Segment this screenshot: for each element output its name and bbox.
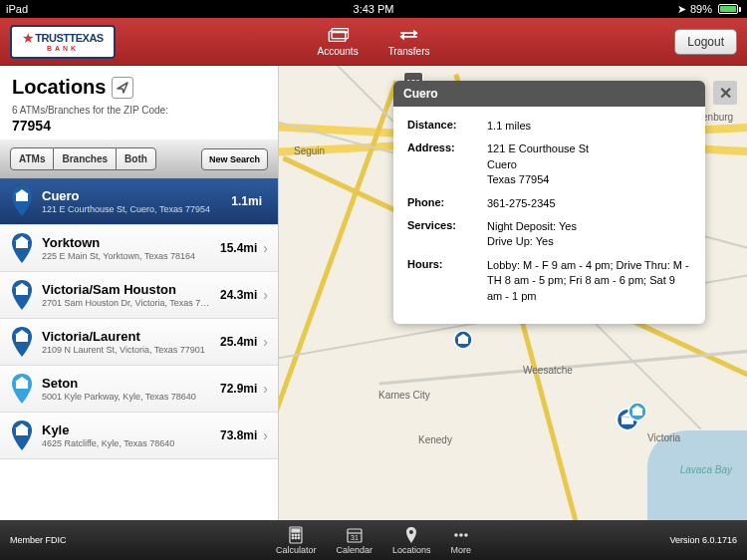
navigate-icon bbox=[116, 81, 129, 95]
logo[interactable]: ★ TRUSTTEXAS BANK bbox=[10, 25, 116, 59]
location-distance: 72.9mi bbox=[220, 382, 257, 396]
nav-transfers-label: Transfers bbox=[388, 46, 430, 57]
battery-percent: 89% bbox=[690, 3, 712, 15]
city-label: Kenedy bbox=[418, 434, 452, 445]
svg-rect-5 bbox=[16, 241, 28, 248]
city-label: Lavaca Bay bbox=[680, 464, 732, 475]
filter-branches[interactable]: Branches bbox=[54, 147, 116, 170]
logout-button[interactable]: Logout bbox=[674, 29, 737, 55]
logo-subtext: BANK bbox=[22, 45, 103, 52]
pin-icon bbox=[402, 526, 420, 544]
callout-hours-label: Hours: bbox=[407, 258, 487, 304]
map-pin-yorktown[interactable] bbox=[453, 330, 473, 350]
nav-accounts[interactable]: Accounts bbox=[317, 26, 358, 57]
location-item[interactable]: Cuero121 E Courthouse St, Cuero, Texas 7… bbox=[0, 178, 278, 225]
callout-services: Night Deposit: YesDrive Up: Yes bbox=[487, 219, 691, 250]
new-search-button[interactable]: New Search bbox=[201, 148, 268, 170]
main-content: Locations 6 ATMs/Branches for the ZIP Co… bbox=[0, 66, 747, 520]
logo-text: TRUSTTEXAS bbox=[35, 33, 103, 44]
calendar-icon: 31 bbox=[346, 526, 364, 544]
filter-atms[interactable]: ATMs bbox=[10, 147, 54, 170]
location-name: Victoria/Sam Houston bbox=[42, 282, 212, 297]
svg-point-29 bbox=[292, 534, 294, 536]
location-pin-icon bbox=[10, 374, 34, 404]
callout-services-label: Services: bbox=[407, 219, 487, 250]
location-name: Yorktown bbox=[42, 235, 212, 250]
footer-calendar[interactable]: 31 Calendar bbox=[336, 526, 373, 555]
city-label: Victoria bbox=[647, 432, 680, 443]
location-address: 121 E Courthouse St, Cuero, Texas 77954 bbox=[42, 204, 223, 214]
location-pin-icon bbox=[10, 327, 34, 357]
location-pin-icon bbox=[10, 280, 34, 310]
callout-phone: 361-275-2345 bbox=[487, 196, 691, 211]
member-fdic: Member FDIC bbox=[10, 535, 67, 545]
svg-rect-25 bbox=[632, 410, 642, 416]
status-bar: iPad 3:43 PM ➤ 89% bbox=[0, 0, 747, 18]
battery-icon bbox=[716, 4, 741, 14]
cards-icon bbox=[327, 26, 349, 44]
callout-close-button[interactable]: ✕ bbox=[713, 81, 737, 105]
location-icon: ➤ bbox=[677, 3, 686, 16]
locations-sidebar: Locations 6 ATMs/Branches for the ZIP Co… bbox=[0, 66, 279, 520]
device-label: iPad bbox=[6, 3, 28, 15]
map[interactable]: Seguin Gonzales Karnes City Kenedy Victo… bbox=[279, 66, 747, 520]
location-item[interactable]: Yorktown225 E Main St, Yorktown, Texas 7… bbox=[0, 225, 278, 272]
locations-list[interactable]: Cuero121 E Courthouse St, Cuero, Texas 7… bbox=[0, 178, 278, 520]
callout-distance: 1.1 miles bbox=[487, 119, 691, 134]
callout-distance-label: Distance: bbox=[407, 119, 487, 134]
city-label: Karnes City bbox=[378, 390, 430, 401]
location-item[interactable]: Seton5001 Kyle Parkway, Kyle, Texas 7864… bbox=[0, 366, 278, 413]
close-icon: ✕ bbox=[719, 84, 732, 103]
location-item[interactable]: Victoria/Sam Houston2701 Sam Houston Dr,… bbox=[0, 272, 278, 319]
footer-nav: Calculator 31 Calendar Locations More bbox=[276, 526, 471, 555]
svg-rect-19 bbox=[458, 338, 468, 344]
locations-title: Locations bbox=[12, 76, 106, 99]
location-pin-icon bbox=[10, 233, 34, 263]
location-distance: 15.4mi bbox=[220, 241, 257, 255]
chevron-right-icon: › bbox=[263, 240, 268, 256]
location-address: 225 E Main St, Yorktown, Texas 78164 bbox=[42, 251, 212, 261]
nav-transfers[interactable]: Transfers bbox=[388, 26, 430, 57]
location-item[interactable]: Kyle4625 Ratcliffe, Kyle, Texas 7864073.… bbox=[0, 413, 278, 459]
location-item[interactable]: Victoria/Laurent2109 N Laurent St, Victo… bbox=[0, 319, 278, 366]
chevron-right-icon: › bbox=[263, 381, 268, 397]
locations-header: Locations 6 ATMs/Branches for the ZIP Co… bbox=[0, 66, 278, 140]
svg-point-34 bbox=[298, 537, 300, 539]
location-name: Victoria/Laurent bbox=[42, 329, 212, 344]
app-header: ★ TRUSTTEXAS BANK Accounts Transfers Log… bbox=[0, 18, 747, 66]
svg-point-32 bbox=[292, 537, 294, 539]
locations-subtitle: 6 ATMs/Branches for the ZIP Code: bbox=[12, 105, 266, 116]
map-pin-victoria-2[interactable] bbox=[627, 402, 647, 421]
svg-text:31: 31 bbox=[351, 534, 359, 541]
svg-point-38 bbox=[454, 533, 458, 537]
location-distance: 1.1mi bbox=[231, 194, 262, 208]
svg-point-30 bbox=[295, 534, 297, 536]
location-address: 4625 Ratcliffe, Kyle, Texas 78640 bbox=[42, 438, 212, 448]
svg-point-39 bbox=[459, 533, 463, 537]
location-address: 2109 N Laurent St, Victoria, Texas 77901 bbox=[42, 345, 212, 355]
chevron-right-icon: › bbox=[263, 287, 268, 303]
city-label: Seguin bbox=[294, 145, 325, 156]
filter-both[interactable]: Both bbox=[116, 147, 156, 170]
footer-more[interactable]: More bbox=[451, 526, 472, 555]
location-name: Kyle bbox=[42, 422, 212, 437]
filter-bar: ATMs Branches Both New Search bbox=[0, 140, 278, 178]
status-right: ➤ 89% bbox=[677, 3, 741, 16]
svg-rect-7 bbox=[16, 288, 28, 295]
chevron-right-icon: › bbox=[263, 427, 268, 443]
callout-address: 121 E Courthouse StCueroTexas 77954 bbox=[487, 141, 691, 187]
clock: 3:43 PM bbox=[354, 3, 394, 15]
more-icon bbox=[452, 526, 470, 544]
svg-point-40 bbox=[464, 533, 468, 537]
location-callout: Cuero Distance:1.1 miles Address:121 E C… bbox=[393, 81, 705, 324]
svg-point-31 bbox=[298, 534, 300, 536]
location-distance: 24.3mi bbox=[220, 288, 257, 302]
navigate-icon-button[interactable] bbox=[112, 77, 133, 99]
svg-rect-28 bbox=[292, 529, 300, 532]
footer-calculator[interactable]: Calculator bbox=[276, 526, 317, 555]
nav-accounts-label: Accounts bbox=[317, 46, 358, 57]
location-name: Seton bbox=[42, 376, 212, 391]
footer-locations[interactable]: Locations bbox=[392, 526, 431, 555]
version-label: Version 6.0.1716 bbox=[669, 535, 737, 545]
callout-hours: Lobby: M - F 9 am - 4 pm; Drive Thru: M … bbox=[487, 258, 691, 304]
